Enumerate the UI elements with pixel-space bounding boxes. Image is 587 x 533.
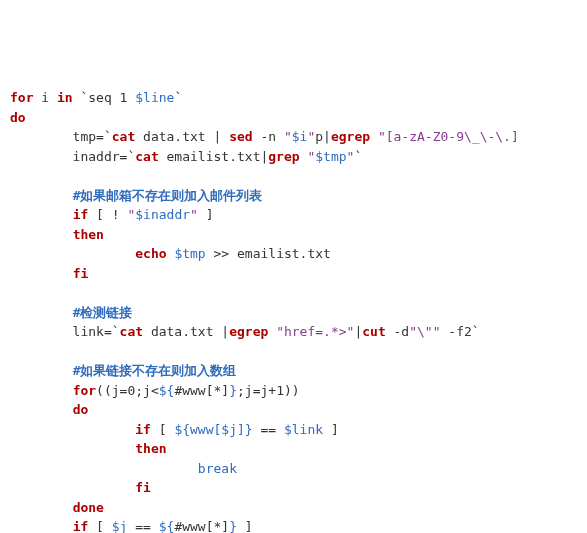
code-token	[10, 266, 73, 281]
code-token: cat	[135, 149, 158, 164]
code-token: `	[174, 90, 182, 105]
code-token: p|	[315, 129, 331, 144]
code-block: for i in `seq 1 $line` do tmp=`cat data.…	[10, 88, 577, 533]
code-token: ]	[237, 519, 253, 533]
code-token: do	[10, 110, 26, 125]
code-token: then	[73, 227, 104, 242]
code-token: ==	[127, 519, 158, 533]
code-token: ${www[	[174, 422, 221, 437]
code-token: "	[190, 207, 198, 222]
code-token	[10, 480, 135, 495]
code-token: break	[198, 461, 237, 476]
code-token	[10, 402, 73, 417]
code-token: ;j=j+1))	[237, 383, 300, 398]
code-token: then	[135, 441, 166, 456]
code-token	[10, 383, 73, 398]
code-token: cat	[112, 129, 135, 144]
code-token: ${	[159, 383, 175, 398]
code-token: #检测链接	[73, 305, 133, 320]
code-token	[10, 188, 73, 203]
code-token: if	[73, 207, 89, 222]
code-token: #如果邮箱不存在则加入邮件列表	[73, 188, 263, 203]
code-token	[370, 129, 378, 144]
code-token: "[a-zA-Z0-9\_\-\.]	[378, 129, 519, 144]
code-token: [	[88, 519, 111, 533]
code-token: ]}	[237, 422, 253, 437]
code-token: egrep	[331, 129, 370, 144]
code-token	[10, 305, 73, 320]
code-token: echo	[135, 246, 166, 261]
code-token: sed	[229, 129, 252, 144]
code-token: [ !	[88, 207, 127, 222]
code-token	[10, 441, 135, 456]
code-token: i	[33, 90, 56, 105]
code-token: #www[*]	[174, 519, 229, 533]
code-token: }	[229, 383, 237, 398]
code-token: -f2`	[441, 324, 480, 339]
code-token: if	[135, 422, 151, 437]
code-token: `seq 1	[73, 90, 136, 105]
code-token: grep	[268, 149, 299, 164]
code-token: $inaddr	[135, 207, 190, 222]
code-token	[268, 324, 276, 339]
code-token: `	[354, 149, 362, 164]
code-token: do	[73, 402, 89, 417]
code-token: for	[73, 383, 96, 398]
code-token: cat	[120, 324, 143, 339]
code-token: "	[284, 129, 292, 144]
code-token: emailist.txt|	[159, 149, 269, 164]
code-token: cut	[362, 324, 385, 339]
code-token	[10, 422, 135, 437]
code-token: $link	[284, 422, 323, 437]
code-token: link=`	[10, 324, 120, 339]
code-token: ==	[253, 422, 284, 437]
code-token: #www[*]	[174, 383, 229, 398]
code-token	[10, 227, 73, 242]
code-token: $j	[112, 519, 128, 533]
code-token: $i	[292, 129, 308, 144]
code-token: #如果链接不存在则加入数组	[73, 363, 237, 378]
code-token: ]	[198, 207, 214, 222]
code-token: egrep	[229, 324, 268, 339]
code-token: $j	[221, 422, 237, 437]
code-token: for	[10, 90, 33, 105]
code-token: data.txt |	[135, 129, 229, 144]
code-token: ((j=0;j<	[96, 383, 159, 398]
code-token: tmp=`	[10, 129, 112, 144]
code-token	[10, 246, 135, 261]
code-token: data.txt |	[143, 324, 229, 339]
code-token: fi	[135, 480, 151, 495]
code-token: if	[73, 519, 89, 533]
code-token: ${	[159, 519, 175, 533]
code-token: done	[73, 500, 104, 515]
code-token: ]	[323, 422, 339, 437]
code-token: >> emailist.txt	[206, 246, 331, 261]
code-token: $tmp	[174, 246, 205, 261]
code-token: $line	[135, 90, 174, 105]
code-token: in	[57, 90, 73, 105]
code-token: -d	[386, 324, 409, 339]
code-token: }	[229, 519, 237, 533]
code-token: "\""	[409, 324, 440, 339]
code-token: "href=.*>"	[276, 324, 354, 339]
code-token	[10, 519, 73, 533]
code-token	[10, 500, 73, 515]
code-token	[10, 363, 73, 378]
code-token: inaddr=`	[10, 149, 135, 164]
code-token: [	[151, 422, 174, 437]
code-token: $tmp	[315, 149, 346, 164]
code-token: -n	[253, 129, 284, 144]
code-token	[10, 207, 73, 222]
code-token: fi	[73, 266, 89, 281]
code-token	[10, 461, 198, 476]
